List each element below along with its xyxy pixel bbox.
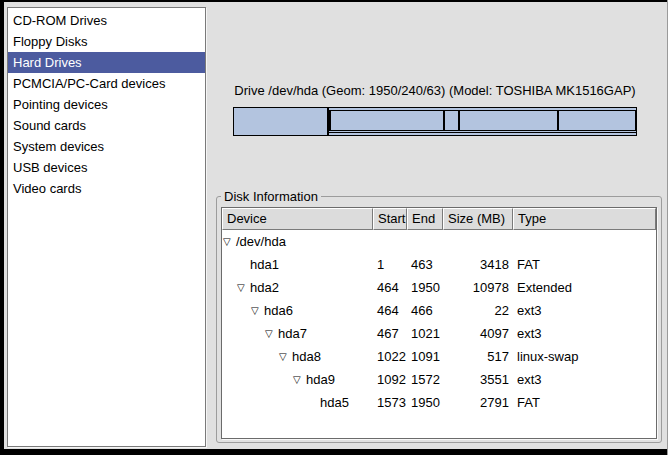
expander-icon[interactable]: ▽ [292, 368, 306, 391]
sidebar-item-cd-rom-drives[interactable]: CD-ROM Drives [8, 10, 205, 31]
size-cell: 4097 [443, 322, 513, 345]
device-cell: hda5 [222, 391, 373, 414]
size-cell: 22 [443, 299, 513, 322]
size-cell: 10978 [443, 276, 513, 299]
sidebar-item-video-cards[interactable]: Video cards [8, 178, 205, 199]
device-cell: hda1 [222, 253, 373, 276]
start-cell: 1 [373, 253, 407, 276]
table-row-hda6[interactable]: ▽hda646446622ext3 [222, 299, 656, 322]
partition-segment-hda2 [329, 108, 636, 135]
tree-indent [222, 379, 292, 380]
device-label: /dev/hda [236, 230, 286, 253]
table-row-hda9[interactable]: ▽hda9109215723551ext3 [222, 368, 656, 391]
sidebar-item-pcmcia-pc-card-devices[interactable]: PCMCIA/PC-Card devices [8, 73, 205, 94]
extended-partition-baseline [329, 132, 636, 133]
start-cell: 464 [373, 299, 407, 322]
device-label: hda9 [306, 368, 335, 391]
device-label: hda5 [320, 391, 349, 414]
device-cell: ▽hda7 [222, 322, 373, 345]
disk-information-label: Disk Information [221, 189, 321, 204]
device-cell: ▽hda6 [222, 299, 373, 322]
expander-icon[interactable]: ▽ [236, 276, 250, 299]
expander-icon[interactable]: ▽ [278, 345, 292, 368]
table-row-hda5[interactable]: hda5157319502791FAT [222, 391, 656, 414]
type-cell: ext3 [513, 368, 656, 391]
tree-indent [222, 356, 278, 357]
tree-indent [222, 402, 306, 403]
device-cell: ▽hda9 [222, 368, 373, 391]
device-label: hda7 [278, 322, 307, 345]
partition-segment-hda9 [459, 110, 558, 131]
end-cell: 1572 [407, 368, 443, 391]
start-cell: 1022 [373, 345, 407, 368]
tree-indent [222, 287, 236, 288]
partition-segment-hda1 [234, 108, 329, 135]
end-cell: 1091 [407, 345, 443, 368]
type-cell: linux-swap [513, 345, 656, 368]
size-cell [443, 230, 513, 253]
partition-segment-hda8 [444, 110, 458, 131]
end-cell: 1950 [407, 391, 443, 414]
partition-bar [233, 107, 637, 136]
sidebar-item-floppy-disks[interactable]: Floppy Disks [8, 31, 205, 52]
end-cell: 466 [407, 299, 443, 322]
size-cell: 3418 [443, 253, 513, 276]
type-cell: FAT [513, 253, 656, 276]
device-label: hda8 [292, 345, 321, 368]
start-cell: 1573 [373, 391, 407, 414]
type-cell [513, 230, 656, 253]
size-cell: 517 [443, 345, 513, 368]
expander-icon[interactable]: ▽ [250, 299, 264, 322]
window-border-right [667, 0, 672, 455]
end-cell: 463 [407, 253, 443, 276]
window-border-left [0, 0, 4, 455]
window-border-top [0, 0, 672, 2]
type-cell: ext3 [513, 299, 656, 322]
sidebar-item-usb-devices[interactable]: USB devices [8, 157, 205, 178]
size-cell: 3551 [443, 368, 513, 391]
device-category-list: CD-ROM DrivesFloppy DisksHard DrivesPCMC… [7, 7, 206, 447]
partition-segment-hda7 [330, 110, 444, 131]
sidebar-item-hard-drives[interactable]: Hard Drives [8, 52, 205, 73]
type-cell: FAT [513, 391, 656, 414]
tree-indent [222, 264, 236, 265]
type-cell: Extended [513, 276, 656, 299]
column-header-size-mb[interactable]: Size (MB) [443, 208, 513, 230]
disk-table: DeviceStartEndSize (MB)Type ▽/dev/hdahda… [221, 207, 657, 439]
drive-title: Drive /dev/hda (Geom: 1950/240/63) (Mode… [233, 83, 637, 100]
tree-indent [222, 310, 250, 311]
device-label: hda1 [250, 253, 279, 276]
device-cell: ▽/dev/hda [222, 230, 373, 253]
start-cell: 1092 [373, 368, 407, 391]
size-cell: 2791 [443, 391, 513, 414]
column-header-start[interactable]: Start [373, 208, 407, 230]
table-row-hda2[interactable]: ▽hda2464195010978Extended [222, 276, 656, 299]
hardware-browser-window: CD-ROM DrivesFloppy DisksHard DrivesPCMC… [0, 0, 672, 455]
sidebar-item-system-devices[interactable]: System devices [8, 136, 205, 157]
expander-icon[interactable]: ▽ [222, 230, 236, 253]
device-cell: ▽hda2 [222, 276, 373, 299]
end-cell: 1950 [407, 276, 443, 299]
column-header-device[interactable]: Device [222, 208, 373, 230]
start-cell: 464 [373, 276, 407, 299]
partition-segment-hda5 [558, 110, 636, 131]
table-row-dev-hda[interactable]: ▽/dev/hda [222, 230, 656, 253]
device-label: hda6 [264, 299, 293, 322]
table-row-hda1[interactable]: hda114633418FAT [222, 253, 656, 276]
device-cell: ▽hda8 [222, 345, 373, 368]
column-header-type[interactable]: Type [513, 208, 656, 230]
table-row-hda8[interactable]: ▽hda810221091517linux-swap [222, 345, 656, 368]
device-label: hda2 [250, 276, 279, 299]
tree-indent [222, 333, 264, 334]
sidebar-item-sound-cards[interactable]: Sound cards [8, 115, 205, 136]
column-header-end[interactable]: End [407, 208, 443, 230]
window-border-bottom [0, 449, 672, 455]
disk-table-body: ▽/dev/hdahda114633418FAT▽hda246419501097… [222, 230, 656, 414]
disk-table-header: DeviceStartEndSize (MB)Type [222, 208, 656, 230]
sidebar-item-pointing-devices[interactable]: Pointing devices [8, 94, 205, 115]
start-cell [373, 230, 407, 253]
expander-icon[interactable]: ▽ [264, 322, 278, 345]
type-cell: ext3 [513, 322, 656, 345]
end-cell [407, 230, 443, 253]
table-row-hda7[interactable]: ▽hda746710214097ext3 [222, 322, 656, 345]
